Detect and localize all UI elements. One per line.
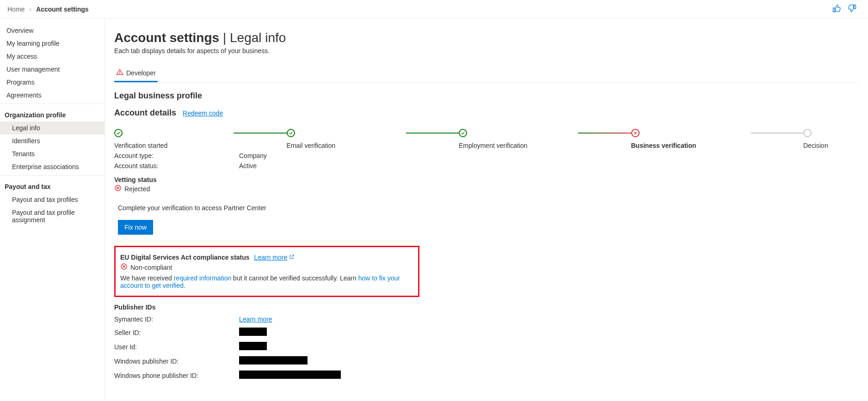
breadcrumb-home[interactable]: Home: [7, 6, 25, 13]
win-pub-id-value-redacted: [239, 356, 308, 365]
symantec-id-key: Symantec ID:: [114, 316, 239, 323]
title-section: Legal info: [230, 30, 286, 45]
sidebar-item-tenants[interactable]: Tenants: [0, 147, 105, 160]
check-icon: [114, 129, 123, 137]
vetting-value: Rejected: [124, 185, 150, 193]
step-label: Business verification: [631, 142, 696, 149]
legal-profile-title: Legal business profile: [114, 91, 859, 101]
fix-now-button[interactable]: Fix now: [118, 220, 153, 235]
svg-point-1: [120, 73, 120, 74]
account-status-key: Account status:: [114, 162, 239, 170]
tab-developer[interactable]: Developer: [114, 65, 158, 82]
check-icon: [459, 129, 467, 137]
sidebar-item-payout-profiles[interactable]: Payout and tax profiles: [0, 193, 105, 206]
compliance-box: EU Digital Services Act compliance statu…: [114, 246, 419, 297]
sidebar: Overview My learning profile My access U…: [0, 18, 105, 399]
sidebar-item-programs[interactable]: Programs: [0, 76, 105, 89]
seller-id-key: Seller ID:: [114, 329, 239, 336]
winphone-pub-id-key: Windows phone publisher ID:: [114, 372, 239, 379]
sidebar-item-access[interactable]: My access: [0, 50, 105, 63]
warning-icon: [116, 68, 123, 77]
publisher-ids-title: Publisher IDs: [114, 304, 859, 311]
step-label: Employment verification: [459, 142, 528, 149]
check-icon: [287, 129, 295, 137]
progress-steps: Verification started Email verification …: [114, 129, 859, 149]
account-status-value: Active: [239, 162, 257, 170]
thumbs-down-icon[interactable]: [848, 4, 857, 14]
compliance-status: Non-compliant: [130, 264, 172, 271]
step-label: Verification started: [114, 142, 167, 149]
breadcrumb: Home › Account settings: [7, 6, 89, 13]
sidebar-item-legal-info[interactable]: Legal info: [0, 122, 105, 134]
main-content: Account settings | Legal info Each tab d…: [105, 18, 868, 399]
required-info-link[interactable]: required information: [174, 274, 232, 282]
sidebar-item-overview[interactable]: Overview: [0, 24, 105, 37]
vetting-head: Vetting status: [114, 176, 859, 183]
error-icon: [631, 129, 640, 137]
breadcrumb-current: Account settings: [36, 6, 89, 13]
compliance-title: EU Digital Services Act compliance statu…: [120, 254, 250, 261]
sidebar-item-agreements[interactable]: Agreements: [0, 89, 105, 102]
tab-label: Developer: [126, 69, 156, 77]
title-main: Account settings: [114, 30, 219, 45]
sidebar-item-identifiers[interactable]: Identifiers: [0, 134, 105, 147]
sidebar-item-learning[interactable]: My learning profile: [0, 37, 105, 50]
page-subtitle: Each tab displays details for aspects of…: [114, 47, 859, 55]
user-id-key: User Id:: [114, 343, 239, 351]
fix-message: Complete your verification to access Par…: [118, 204, 859, 212]
pending-icon: [803, 129, 812, 137]
page-title: Account settings | Legal info: [114, 30, 859, 45]
step-label: Decision: [803, 142, 828, 149]
chevron-right-icon: ›: [29, 6, 31, 13]
compliance-message: We have received required information bu…: [120, 274, 413, 289]
account-type-value: Company: [239, 152, 267, 159]
step-label: Email verification: [287, 142, 336, 149]
feedback-controls: [832, 4, 861, 14]
symantec-learn-more-link[interactable]: Learn more: [239, 316, 272, 323]
error-icon: [114, 184, 122, 193]
sidebar-item-payout-assign[interactable]: Payout and tax profile assignment: [0, 206, 105, 226]
thumbs-up-icon[interactable]: [832, 4, 841, 14]
win-pub-id-key: Windows publisher ID:: [114, 358, 239, 365]
sidebar-item-users[interactable]: User management: [0, 63, 105, 76]
sidebar-group-org: Organization profile: [0, 103, 105, 122]
winphone-pub-id-value-redacted: [239, 371, 341, 379]
seller-id-value-redacted: [239, 328, 267, 336]
user-id-value-redacted: [239, 342, 267, 350]
account-type-key: Account type:: [114, 152, 239, 159]
account-details-title: Account details: [114, 108, 176, 118]
compliance-learn-more-link[interactable]: Learn more: [254, 254, 295, 261]
external-link-icon: [289, 254, 295, 261]
tab-row: Developer: [114, 65, 859, 83]
redeem-code-link[interactable]: Redeem code: [183, 109, 223, 117]
sidebar-group-payout: Payout and tax: [0, 175, 105, 193]
sidebar-item-enterprise[interactable]: Enterprise associations: [0, 160, 105, 173]
error-icon: [120, 263, 128, 272]
